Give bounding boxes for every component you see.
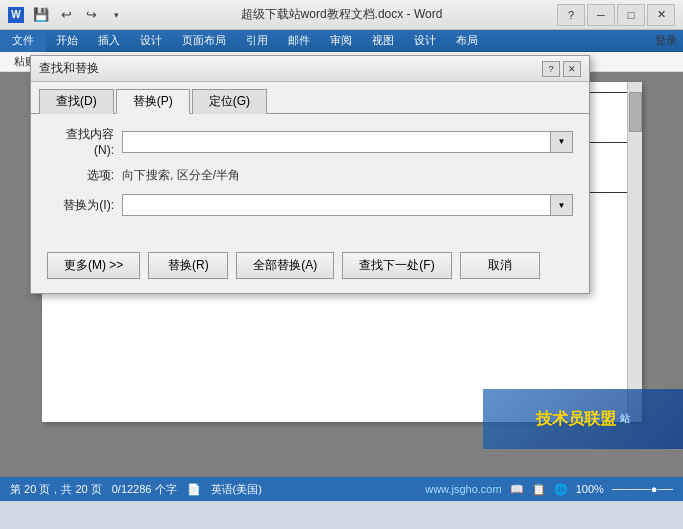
find-next-button[interactable]: 查找下一处(F) [342, 252, 451, 279]
find-replace-dialog: 查找和替换 ? ✕ 查找(D) 替换(P) 定位(G) 查找内容(N): ▼ 选… [30, 55, 590, 294]
find-input[interactable] [122, 131, 551, 153]
find-label: 查找内容(N): [47, 126, 122, 157]
dialog-titlebar[interactable]: 查找和替换 ? ✕ [31, 56, 589, 82]
dialog-overlay: 查找和替换 ? ✕ 查找(D) 替换(P) 定位(G) 查找内容(N): ▼ 选… [0, 0, 683, 529]
dialog-title: 查找和替换 [39, 60, 542, 77]
tab-find[interactable]: 查找(D) [39, 89, 114, 114]
replace-label: 替换为(I): [47, 197, 122, 214]
tab-replace[interactable]: 替换(P) [116, 89, 190, 114]
more-button[interactable]: 更多(M) >> [47, 252, 140, 279]
dialog-tabs: 查找(D) 替换(P) 定位(G) [31, 82, 589, 113]
replace-dropdown[interactable]: ▼ [551, 194, 573, 216]
tab-goto[interactable]: 定位(G) [192, 89, 267, 114]
find-row: 查找内容(N): ▼ [47, 126, 573, 157]
replace-row: 替换为(I): ▼ [47, 194, 573, 216]
options-row: 选项: 向下搜索, 区分全/半角 [47, 167, 573, 184]
dialog-help-button[interactable]: ? [542, 61, 560, 77]
replace-all-button[interactable]: 全部替换(A) [236, 252, 334, 279]
replace-button[interactable]: 替换(R) [148, 252, 228, 279]
replace-input[interactable] [122, 194, 551, 216]
dialog-content: 查找内容(N): ▼ 选项: 向下搜索, 区分全/半角 替换为(I): ▼ [31, 113, 589, 244]
find-dropdown[interactable]: ▼ [551, 131, 573, 153]
dialog-close-button[interactable]: ✕ [563, 61, 581, 77]
options-label: 选项: [47, 167, 122, 184]
options-value: 向下搜索, 区分全/半角 [122, 167, 240, 184]
dialog-buttons: 更多(M) >> 替换(R) 全部替换(A) 查找下一处(F) 取消 [31, 244, 589, 293]
cancel-button[interactable]: 取消 [460, 252, 540, 279]
